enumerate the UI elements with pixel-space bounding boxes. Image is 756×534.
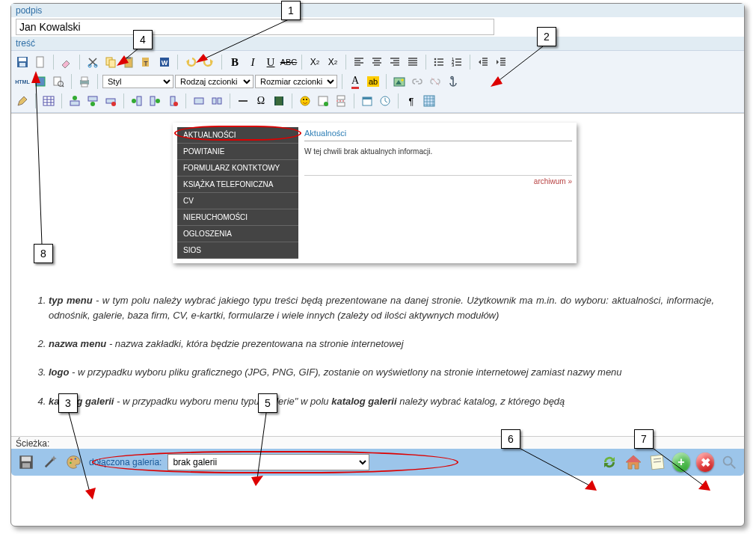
print-icon[interactable]	[76, 73, 93, 90]
svg-rect-52	[218, 98, 221, 104]
svg-point-39	[73, 96, 77, 100]
unlink-icon[interactable]	[427, 73, 443, 90]
row-delete-icon[interactable]	[102, 93, 119, 109]
paste-word-icon[interactable]: W	[156, 54, 173, 70]
svg-line-83	[202, 19, 289, 60]
svg-text:3: 3	[452, 63, 455, 67]
split-cells-icon[interactable]	[209, 93, 225, 109]
row-after-icon[interactable]	[84, 93, 101, 109]
svg-rect-44	[137, 96, 141, 105]
callout-7: 7	[634, 429, 654, 449]
svg-rect-66	[363, 97, 372, 99]
svg-line-95	[654, 449, 704, 486]
align-center-icon[interactable]	[369, 54, 385, 70]
svg-marker-90	[117, 55, 129, 66]
home-icon[interactable]	[624, 453, 642, 471]
style-select[interactable]: Styl	[102, 75, 173, 88]
special-char-icon[interactable]: Ω	[253, 93, 269, 109]
save-page-icon[interactable]	[17, 453, 35, 471]
svg-rect-56	[282, 96, 283, 105]
callout-1: 1	[281, 1, 301, 20]
row-before-icon[interactable]	[67, 93, 83, 109]
save-icon[interactable]	[14, 54, 31, 70]
svg-rect-63	[337, 102, 345, 106]
svg-point-57	[301, 96, 310, 105]
ul-icon[interactable]	[431, 54, 447, 70]
time-icon[interactable]	[377, 93, 393, 109]
preview-menu-item: KSIĄŻKA TELEFONICZNA	[177, 177, 298, 193]
svg-line-87	[69, 413, 90, 492]
svg-rect-51	[212, 98, 216, 104]
hr-icon[interactable]	[235, 93, 251, 109]
help-item-3: logo - w przypadku wyboru pliku graficzn…	[49, 365, 714, 380]
preview-menu-item: POWITANIE	[177, 144, 298, 160]
svg-point-58	[303, 99, 304, 100]
newdoc-icon[interactable]	[32, 54, 49, 70]
anchor-icon[interactable]	[445, 73, 461, 90]
svg-line-91	[257, 413, 266, 479]
col-before-icon[interactable]	[129, 93, 145, 109]
search-icon[interactable]	[720, 453, 738, 471]
col-after-icon[interactable]	[147, 93, 163, 109]
cut-icon[interactable]	[84, 54, 101, 70]
svg-marker-96	[698, 480, 710, 491]
edit-icon[interactable]	[14, 93, 31, 109]
align-justify-icon[interactable]	[405, 54, 421, 70]
callout-2: 2	[537, 27, 556, 46]
refresh-icon[interactable]	[600, 453, 618, 471]
media-icon[interactable]	[271, 93, 287, 109]
ol-icon[interactable]: 123	[449, 54, 465, 70]
image-icon[interactable]	[391, 73, 408, 90]
svg-marker-86	[491, 76, 503, 87]
forecolor-button[interactable]: A	[347, 73, 363, 90]
align-left-icon[interactable]	[351, 54, 367, 70]
svg-point-45	[132, 99, 136, 103]
highlight-circle-menu	[174, 126, 301, 141]
emoji-icon[interactable]	[297, 93, 313, 109]
font-size-select[interactable]: Rozmiar czcionki	[255, 75, 337, 88]
preview-body-text: W tej chwili brak aktualnych informacji.	[304, 141, 572, 176]
podpis-label: podpis	[11, 4, 744, 17]
subscript-button[interactable]: X2	[307, 54, 323, 70]
svg-point-41	[90, 102, 95, 106]
preview-icon[interactable]	[50, 73, 67, 90]
svg-line-97	[36, 80, 42, 245]
svg-rect-70	[22, 457, 31, 461]
link-icon[interactable]	[409, 73, 425, 90]
svg-text:W: W	[162, 59, 168, 67]
callout-4: 4	[133, 30, 153, 49]
editor-body[interactable]: AKTUALNOŚCI POWITANIE FORMULARZ KONTKTOW…	[11, 113, 744, 436]
preview-menu-item: FORMULARZ KONTKTOWY	[177, 160, 298, 177]
svg-marker-88	[85, 488, 96, 500]
magic-wand-icon[interactable]	[41, 453, 59, 471]
svg-point-17	[434, 58, 437, 61]
preview-menu-item: OGLOSZENIA	[177, 226, 298, 242]
show-blocks-icon[interactable]: ¶	[403, 93, 420, 109]
svg-point-47	[156, 99, 160, 103]
highlight-circle-gallery	[92, 451, 458, 473]
preview-menu-item: NIERUCHOMOŚCI	[177, 209, 298, 226]
svg-point-81	[724, 457, 732, 465]
template-icon[interactable]	[315, 93, 331, 109]
html-button[interactable]: HTML	[14, 73, 31, 90]
col-delete-icon[interactable]	[165, 93, 181, 109]
grid-icon[interactable]	[421, 93, 437, 109]
backcolor-button[interactable]: ab	[365, 73, 381, 90]
date-icon[interactable]	[359, 93, 375, 109]
merge-cells-icon[interactable]	[191, 93, 207, 109]
svg-rect-8	[109, 60, 115, 67]
font-family-select[interactable]: Rodzaj czcionki	[175, 75, 253, 88]
svg-marker-94	[585, 480, 597, 491]
eraser-icon[interactable]	[58, 54, 75, 70]
svg-line-72	[46, 458, 54, 467]
svg-marker-36	[18, 96, 27, 105]
superscript-button[interactable]: X2	[325, 54, 341, 70]
svg-line-28	[62, 85, 64, 87]
svg-rect-71	[22, 463, 30, 467]
bottom-toolbar: dołączona galeria: brak galerii + ✖	[11, 449, 744, 476]
help-item-2: nazwa menu - nazwa zakładki, która będzi…	[49, 337, 714, 352]
svg-line-82	[731, 464, 736, 469]
align-right-icon[interactable]	[387, 54, 403, 70]
pagebreak-icon[interactable]	[333, 93, 349, 109]
svg-rect-46	[150, 96, 155, 105]
